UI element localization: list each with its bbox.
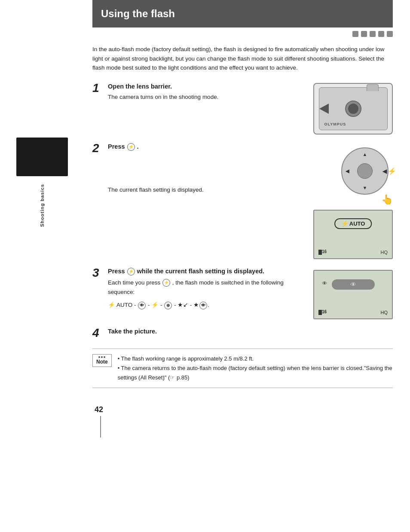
step-2-content: Press ⚡ . The current flash setting is d… bbox=[108, 143, 315, 203]
decorative-dots bbox=[92, 28, 393, 40]
step-1-title: Open the lens barrier. bbox=[108, 83, 305, 90]
sidebar-label: Shooting basics bbox=[40, 184, 45, 227]
note-item-2: The camera returns to the auto-flash mod… bbox=[118, 364, 393, 382]
seq-flash-2: ⚡ bbox=[151, 302, 159, 308]
step-3-title-prefix: Press bbox=[108, 268, 125, 275]
step-2-number: 2 bbox=[92, 141, 108, 203]
lcd-auto-text: ⚡ AUTO bbox=[341, 220, 365, 227]
note-item-1: The flash working range is approximately… bbox=[118, 354, 393, 364]
finger-icon: 👆 bbox=[381, 194, 393, 205]
camera-illustration: OLYMPUS bbox=[313, 83, 393, 135]
step-3-content: Press ⚡ while the current flash setting … bbox=[108, 268, 296, 319]
dot-4 bbox=[378, 31, 384, 37]
step-1: 1 Open the lens barrier. The camera turn… bbox=[92, 83, 393, 135]
dot-5 bbox=[387, 31, 393, 37]
step-3-number: 3 bbox=[92, 266, 108, 319]
lcd2-bottom-right: HQ bbox=[381, 310, 388, 315]
step-2-title: Press ⚡ . bbox=[108, 143, 315, 151]
step-2-title-suffix: . bbox=[137, 143, 139, 150]
note-label: Note bbox=[92, 354, 112, 367]
step-1-content: Open the lens barrier. The camera turns … bbox=[108, 83, 305, 135]
lcd-bottom-left: 16 bbox=[318, 249, 327, 254]
step-2-body: The current flash setting is displayed. bbox=[108, 185, 315, 195]
sidebar: Shooting basics bbox=[0, 0, 84, 532]
camera-logo: OLYMPUS bbox=[324, 122, 346, 126]
step-3: 3 Press ⚡ while the current flash settin… bbox=[92, 268, 393, 319]
note-dots bbox=[98, 356, 105, 358]
lcd-screen-2: 👁 👁 16 HQ bbox=[313, 270, 393, 319]
page-line bbox=[100, 416, 103, 437]
nav-pad-image: ▲ ▼ ◀ ◀ ⚡ 👆 bbox=[324, 143, 393, 203]
nav-arrow-top: ▲ bbox=[363, 152, 367, 157]
step-4-content: Take the picture. bbox=[108, 328, 393, 340]
lcd2-eye-center: 👁 bbox=[350, 281, 356, 288]
step-4-title: Take the picture. bbox=[108, 328, 393, 335]
step-3-body-prefix: Each time you press bbox=[108, 279, 160, 286]
step-3-title: Press ⚡ while the current flash setting … bbox=[108, 268, 296, 275]
flash-sequence: ⚡ AUTO ‑ 👁 ‑ ⚡ ‑ ⊕ ‑ ★↙ ‑ ★👁. bbox=[108, 299, 296, 311]
lcd-display-1-wrap: ⚡ AUTO 16 HQ bbox=[92, 208, 393, 259]
camera-flash-bump bbox=[367, 84, 379, 91]
intro-text: In the auto-flash mode (factory default … bbox=[92, 45, 393, 73]
seq-star-eye: ★ bbox=[193, 302, 199, 308]
camera-image: OLYMPUS bbox=[313, 83, 393, 135]
nav-pad-center bbox=[357, 163, 373, 179]
step-1-body: The camera turns on in the shooting mode… bbox=[108, 92, 305, 102]
note-box: Note The flash working range is approxim… bbox=[92, 349, 393, 388]
dot-2 bbox=[361, 31, 367, 37]
step-2: 2 Press ⚡ . The current flash setting is… bbox=[92, 143, 393, 203]
seq-fill-icon: ⊕ bbox=[164, 302, 172, 309]
seq-last-eye: 👁 bbox=[199, 302, 207, 309]
flash-button-icon-3: ⚡ bbox=[127, 268, 135, 275]
seq-eye-icon: 👁 bbox=[138, 302, 146, 309]
lcd-bottom-left-text: 16 bbox=[322, 249, 327, 254]
note-content: The flash working range is approximately… bbox=[118, 354, 393, 382]
lcd-black-rect bbox=[318, 250, 322, 255]
arrow-icon bbox=[318, 103, 330, 115]
flash-symbol-right: ⚡ bbox=[388, 167, 396, 175]
lcd-screen-2-wrap: 👁 👁 16 HQ bbox=[305, 268, 393, 319]
step-4: 4 Take the picture. bbox=[92, 328, 393, 340]
lcd-bottom-right: HQ bbox=[381, 250, 388, 255]
step-3-title-mid: while the current flash setting is displ… bbox=[137, 268, 265, 275]
step-4-number: 4 bbox=[92, 326, 108, 340]
camera-lens-inner bbox=[348, 104, 358, 114]
lcd2-black-rect bbox=[318, 310, 322, 315]
nav-pad: ▲ ▼ ◀ ◀ ⚡ 👆 bbox=[337, 147, 393, 203]
flash-button-icon: ⚡ bbox=[127, 143, 135, 151]
lcd-screen-1: ⚡ AUTO 16 HQ bbox=[313, 210, 393, 259]
svg-marker-0 bbox=[319, 104, 329, 114]
sidebar-color-tab bbox=[16, 138, 68, 176]
note-text-label: Note bbox=[96, 359, 108, 365]
camera-lens bbox=[345, 101, 361, 117]
step-3-body: Each time you press ⚡ , the flash mode i… bbox=[108, 278, 296, 311]
nav-arrow-left: ◀ bbox=[346, 168, 349, 174]
nav-arrow-bottom: ▼ bbox=[363, 185, 367, 190]
dot-1 bbox=[352, 31, 358, 37]
flash-button-icon-3b: ⚡ bbox=[162, 279, 170, 287]
lcd2-center-badge: 👁 bbox=[332, 279, 375, 290]
main-content: Using the flash In the auto-flash mode (… bbox=[84, 0, 410, 455]
lcd2-left-eye: 👁 bbox=[322, 280, 327, 287]
page-number-section: 42 bbox=[92, 401, 393, 437]
lcd2-bottom-left: 16 bbox=[318, 309, 327, 315]
page-title: Using the flash bbox=[92, 0, 393, 28]
seq-star: ★↙ bbox=[177, 302, 188, 308]
seq-flash-icon: ⚡ bbox=[108, 302, 115, 308]
nav-arrow-right: ◀ bbox=[382, 168, 387, 174]
step-1-number: 1 bbox=[92, 81, 108, 135]
page-number: 42 bbox=[92, 401, 103, 437]
dot-3 bbox=[370, 31, 376, 37]
step-2-title-text: Press bbox=[108, 143, 125, 150]
lcd-auto-badge: ⚡ AUTO bbox=[334, 218, 372, 229]
nav-pad-outer: ▲ ▼ ◀ ◀ ⚡ bbox=[341, 147, 389, 195]
